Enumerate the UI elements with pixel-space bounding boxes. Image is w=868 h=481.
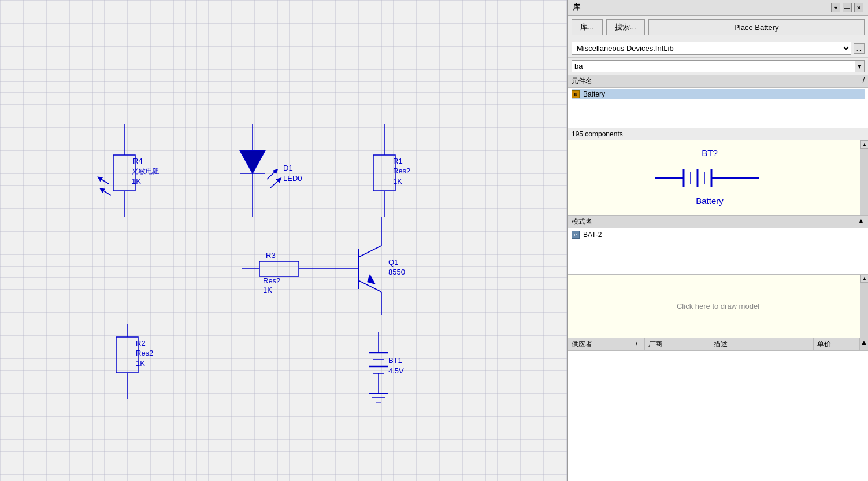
pcb-preview-text: Click here to draw model (677, 302, 759, 310)
svg-line-12 (267, 171, 276, 179)
panel-header: 库 ▾ — ✕ (568, 0, 868, 16)
svg-text:BT?: BT? (702, 148, 718, 158)
supplier-table-header: 供应者 / 厂商 描述 单价 ▲ (568, 338, 868, 351)
supplier-scroll-up[interactable]: ▲ (860, 338, 868, 350)
model-header-label: 模式名 (572, 217, 592, 227)
battery-preview: BT? Battery ▲ (568, 140, 868, 216)
svg-marker-34 (367, 274, 376, 284)
svg-marker-9 (240, 150, 265, 173)
search-row: ▾ (568, 58, 868, 75)
battery-comp-label: Battery (583, 90, 605, 98)
model-item-label: BAT-2 (583, 231, 602, 239)
library-select-row: Miscellaneous Devices.IntLib ... (568, 39, 868, 58)
comp-list-item[interactable]: B Battery (572, 89, 865, 99)
svg-text:1K: 1K (393, 177, 402, 186)
svg-text:BT1: BT1 (388, 356, 402, 365)
model-list-item[interactable]: P BAT-2 (572, 230, 865, 240)
svg-text:8550: 8550 (388, 268, 405, 276)
pcb-scroll-up[interactable]: ▲ (860, 275, 868, 283)
svg-rect-17 (373, 155, 395, 191)
supplier-header-label: 供应者 (572, 340, 592, 348)
library-button[interactable]: 库... (572, 19, 603, 35)
svg-line-30 (358, 246, 381, 257)
model-section-header: 模式名 ▲ (568, 216, 868, 228)
supplier-sort-icon[interactable]: / (633, 338, 645, 350)
pcb-scrollbar[interactable]: ▲ (860, 275, 868, 338)
svg-text:Q1: Q1 (388, 258, 398, 267)
svg-text:Res2: Res2 (263, 276, 280, 285)
svg-text:1K: 1K (263, 286, 272, 294)
supplier-col-name: 供应者 (568, 338, 633, 350)
minimize-button[interactable]: — (843, 3, 852, 12)
pin-button[interactable]: ▾ (831, 3, 840, 12)
svg-text:光敏电阻: 光敏电阻 (132, 167, 159, 175)
svg-text:Res2: Res2 (393, 166, 410, 175)
component-count: 195 components (572, 130, 623, 138)
svg-text:R1: R1 (393, 157, 403, 165)
svg-text:R2: R2 (136, 339, 146, 347)
svg-text:R3: R3 (266, 251, 276, 260)
svg-text:Battery: Battery (696, 196, 724, 206)
svg-text:1K: 1K (132, 177, 141, 186)
place-button[interactable]: Place Battery (648, 19, 865, 35)
comp-list-header: 元件名 / (568, 75, 868, 88)
svg-text:D1: D1 (283, 164, 293, 172)
library-more-button[interactable]: ... (854, 43, 865, 54)
comp-list-header-label: 元件名 (572, 76, 592, 86)
svg-text:R4: R4 (133, 157, 143, 165)
preview-scroll-up[interactable]: ▲ (860, 140, 868, 149)
search-dropdown-button[interactable]: ▾ (855, 60, 865, 72)
preview-scrollbar[interactable]: ▲ (860, 140, 868, 215)
supplier-table-body (568, 351, 868, 481)
close-button[interactable]: ✕ (854, 3, 863, 12)
model-scroll-up[interactable]: ▲ (858, 217, 865, 227)
schematic-canvas[interactable]: R4 光敏电阻 1K D1 LED0 R1 Res2 1K R3 Res2 1K (0, 0, 567, 481)
search-input[interactable] (572, 60, 855, 72)
search-button[interactable]: 搜索... (606, 19, 645, 35)
svg-rect-38 (116, 337, 138, 373)
library-select[interactable]: Miscellaneous Devices.IntLib (572, 42, 851, 55)
svg-text:LED0: LED0 (283, 174, 302, 183)
svg-line-6 (99, 178, 109, 184)
toolbar: 库... 搜索... Place Battery (568, 16, 868, 39)
battery-comp-icon: B (572, 90, 580, 98)
library-panel: 库 ▾ — ✕ 库... 搜索... Place Battery Miscell… (567, 0, 868, 481)
svg-text:4.5V: 4.5V (388, 367, 404, 375)
svg-line-13 (270, 179, 280, 188)
svg-text:Res2: Res2 (136, 349, 153, 357)
supplier-col-description: 描述 (710, 338, 814, 350)
svg-text:1K: 1K (136, 359, 145, 368)
comp-list[interactable]: B Battery (568, 88, 868, 128)
svg-rect-23 (259, 261, 299, 276)
count-row: 195 components (568, 128, 868, 140)
panel-title: 库 (573, 2, 580, 13)
supplier-col-manufacturer: 厂商 (645, 338, 710, 350)
model-list[interactable]: P BAT-2 (568, 228, 868, 275)
model-item-icon: P (572, 231, 580, 239)
panel-controls: ▾ — ✕ (831, 3, 863, 12)
supplier-col-price: 单价 (814, 338, 860, 350)
comp-list-edit-icon[interactable]: / (863, 76, 865, 86)
pcb-preview[interactable]: Click here to draw model ▲ (568, 275, 868, 338)
svg-line-7 (102, 190, 111, 195)
